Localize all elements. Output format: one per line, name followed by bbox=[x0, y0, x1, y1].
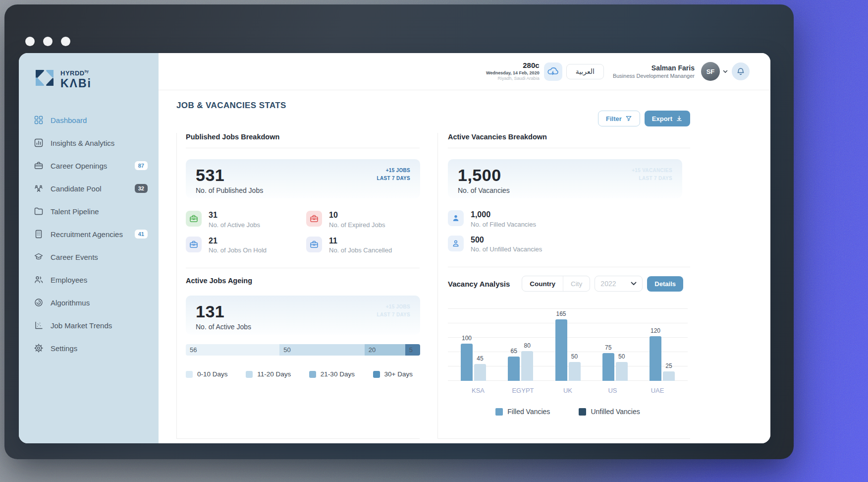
traffic-light-2[interactable] bbox=[43, 37, 53, 46]
logo-by: by bbox=[85, 69, 89, 73]
sidebar-item-label: Job Market Trends bbox=[51, 321, 148, 330]
bar-value-label: 165 bbox=[556, 310, 566, 317]
details-button[interactable]: Details bbox=[647, 276, 683, 292]
chart-category-label: KSA bbox=[461, 387, 495, 394]
legend-item: 11-20 Days bbox=[246, 370, 291, 378]
sidebar-item-algorithmus[interactable]: Algorithmus bbox=[34, 291, 159, 314]
sidebar-item-label: Career Events bbox=[51, 253, 148, 261]
section-title: Active Jobs Ageing bbox=[186, 277, 420, 285]
briefcase-icon bbox=[306, 237, 322, 252]
sidebar-item-career-events[interactable]: Career Events bbox=[34, 245, 159, 268]
briefcase-icon bbox=[34, 161, 44, 171]
chart-bar bbox=[555, 319, 567, 381]
section-title: Active Vacancies Breakdown bbox=[448, 133, 690, 148]
bar-value-label: 75 bbox=[605, 344, 611, 351]
recruitment-agencies-badge: 41 bbox=[135, 230, 148, 239]
sidebar: HYRDDby KΛBi Dashboard Insights & Analyt… bbox=[19, 53, 159, 443]
bar-value-label: 50 bbox=[571, 353, 578, 360]
sidebar-item-label: Dashboard bbox=[51, 116, 148, 124]
published-jobs-card: 531 No. of Published Jobs +15 JOBS LAST … bbox=[186, 159, 420, 198]
download-icon bbox=[676, 115, 683, 122]
left-column: Published Jobs Breakdown 531 No. of Publ… bbox=[176, 133, 420, 439]
sidebar-item-label: Candidate Pool bbox=[51, 184, 128, 193]
language-toggle-button[interactable]: العربية bbox=[566, 64, 604, 79]
chart-bar bbox=[474, 364, 486, 381]
briefcase-icon bbox=[306, 211, 322, 227]
export-button[interactable]: Export bbox=[645, 111, 690, 126]
sidebar-item-talent-pipeline[interactable]: Talent Pipeline bbox=[34, 200, 159, 223]
vacancies-card: 1,500 No. of Vacancies +15 VACANCIES LAS… bbox=[448, 159, 682, 198]
main-area: 280c Wednesday, 14 Feb, 2020 Riyadh, Sau… bbox=[159, 53, 770, 443]
bar-value-label: 65 bbox=[511, 348, 517, 355]
legend-swatch bbox=[579, 408, 586, 416]
section-title: Published Jobs Breakdown bbox=[186, 133, 420, 148]
scatter-plot-icon bbox=[34, 320, 44, 330]
section-title: Vacancy Analysis bbox=[448, 280, 510, 288]
person-outline-icon bbox=[448, 236, 464, 251]
chart-bar bbox=[508, 357, 520, 381]
sidebar-item-career-openings[interactable]: Career Openings 87 bbox=[34, 154, 159, 177]
chart-bar bbox=[461, 344, 473, 381]
topbar: 280c Wednesday, 14 Feb, 2020 Riyadh, Sau… bbox=[159, 53, 770, 90]
chevron-down-icon bbox=[631, 282, 637, 286]
avatar[interactable]: SF bbox=[701, 62, 720, 81]
toggle-city[interactable]: City bbox=[563, 276, 590, 291]
unfilled-vacancies-stat: 500No. of Unfilled Vacancies bbox=[448, 236, 690, 253]
legend-label: 0-10 Days bbox=[197, 370, 228, 378]
jobs-cancelled-stat: 11No. of Jobs Cancelled bbox=[306, 237, 420, 254]
traffic-light-1[interactable] bbox=[25, 37, 35, 46]
logo-mark-icon bbox=[34, 68, 55, 88]
legend-label: 11-20 Days bbox=[257, 370, 291, 378]
filter-button[interactable]: Filter bbox=[598, 111, 640, 126]
year-select[interactable]: 2022 bbox=[595, 276, 643, 292]
notifications-button[interactable] bbox=[732, 62, 750, 80]
page-content: JOB & VACANCIES STATS Filter Export bbox=[159, 90, 770, 443]
legend-label: 21-30 Days bbox=[321, 370, 355, 378]
sidebar-item-label: Algorithmus bbox=[51, 299, 148, 307]
bar-value-label: 100 bbox=[462, 335, 472, 342]
logo-brand: HYRDD bbox=[60, 69, 85, 77]
active-vacancies-section: Active Vacancies Breakdown 1,500 No. of … bbox=[448, 133, 690, 267]
filled-vacancies-stat: 1,000No. of Filled Vacancies bbox=[448, 210, 690, 228]
people-icon bbox=[34, 275, 44, 285]
sidebar-nav: Dashboard Insights & Analytics Career Op… bbox=[34, 109, 159, 360]
sidebar-item-label: Career Openings bbox=[51, 162, 128, 170]
active-jobs-stat: 31No. of Active Jobs bbox=[186, 211, 306, 229]
sidebar-item-candidate-pool[interactable]: Candidate Pool 32 bbox=[34, 177, 159, 200]
window-frame: HYRDDby KΛBi Dashboard Insights & Analyt… bbox=[4, 4, 794, 459]
sidebar-item-dashboard[interactable]: Dashboard bbox=[34, 109, 159, 131]
sidebar-item-settings[interactable]: Settings bbox=[34, 337, 159, 360]
folder-icon bbox=[34, 206, 44, 216]
legend-label: Filled Vancies bbox=[507, 408, 550, 416]
toggle-country[interactable]: Country bbox=[522, 276, 563, 291]
weather-date: Wednesday, 14 Feb, 2020 bbox=[486, 70, 540, 76]
spiral-icon bbox=[34, 298, 44, 307]
legend-item: Filled Vancies bbox=[495, 408, 550, 416]
bar-value-label: 50 bbox=[618, 353, 625, 360]
sidebar-item-insights-analytics[interactable]: Insights & Analytics bbox=[34, 131, 159, 154]
chart-bar bbox=[663, 371, 675, 381]
user-menu-caret-icon[interactable] bbox=[723, 70, 728, 73]
bar-value-label: 120 bbox=[651, 327, 660, 334]
weather-button[interactable] bbox=[544, 62, 562, 81]
graduation-cap-icon bbox=[34, 252, 44, 262]
sidebar-item-recruitment-agencies[interactable]: Recruitment Agencies 41 bbox=[34, 223, 159, 245]
career-openings-badge: 87 bbox=[135, 161, 148, 170]
dashboard-icon bbox=[34, 115, 44, 125]
chart-bar-group: 16550 bbox=[555, 310, 581, 381]
weather-info: 280c Wednesday, 14 Feb, 2020 Riyadh, Sau… bbox=[486, 61, 540, 81]
legend-label: Unfilled Vancies bbox=[591, 408, 640, 416]
sidebar-item-label: Recruitment Agencies bbox=[51, 230, 128, 239]
ageing-segment: 56 bbox=[186, 344, 279, 356]
ageing-segment: 20 bbox=[365, 344, 405, 356]
building-icon bbox=[34, 229, 44, 239]
chart-plot: 10045658016550755012025 bbox=[448, 306, 688, 381]
sidebar-item-employees[interactable]: Employees bbox=[34, 268, 159, 291]
ageing-legend: 0-10 Days11-20 Days21-30 Days30+ Days bbox=[186, 370, 420, 378]
traffic-light-3[interactable] bbox=[61, 37, 70, 46]
sidebar-item-job-market-trends[interactable]: Job Market Trends bbox=[34, 314, 159, 337]
sidebar-item-label: Employees bbox=[51, 276, 148, 284]
chart-bar-group: 10045 bbox=[461, 335, 486, 381]
chart-category-label: EGYPT bbox=[506, 387, 541, 394]
gear-icon bbox=[34, 343, 44, 353]
